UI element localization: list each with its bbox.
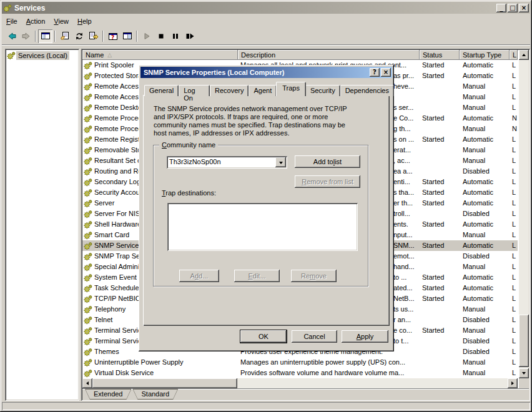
service-startup-type: Disabled [460, 166, 510, 177]
service-startup-type: Automatic [460, 219, 510, 230]
horizontal-scrollbar[interactable] [82, 378, 518, 388]
services-gear-icon [7, 51, 16, 60]
service-status [420, 304, 460, 315]
scroll-down-button[interactable] [519, 368, 529, 378]
service-name: Virtual Disk Service [94, 368, 154, 378]
export-list-icon [89, 31, 99, 41]
cancel-button[interactable]: Cancel [292, 330, 337, 343]
service-gear-icon [84, 157, 94, 165]
service-log-on-as: L [510, 272, 518, 283]
service-status [420, 145, 460, 155]
service-gear-icon [84, 82, 94, 91]
service-row-uninterruptible-power-supply[interactable]: Uninterruptible Power SupplyManages an u… [82, 357, 518, 368]
tab-dependencies[interactable]: Dependencies [340, 85, 394, 96]
service-log-on-as: L [510, 304, 518, 315]
column-header-log-on-as[interactable]: L [510, 50, 518, 60]
maximize-button[interactable]: □ [508, 4, 518, 12]
vertical-scrollbar[interactable] [519, 50, 529, 378]
console-tree-button[interactable] [38, 29, 52, 43]
window-titlebar[interactable]: Services _□× [2, 2, 530, 14]
column-header-name[interactable]: Name△ [82, 50, 238, 60]
menu-item-file[interactable]: File [2, 16, 22, 26]
close-button[interactable]: × [519, 4, 529, 12]
start-service-button[interactable] [139, 29, 154, 43]
view-tab-extended[interactable]: Extended [85, 389, 131, 400]
service-description: Manages an uninterruptible power supply … [238, 357, 420, 368]
properties-button[interactable] [57, 29, 72, 43]
service-startup-type: Automatic [460, 113, 510, 124]
tree-item-services-local[interactable]: Services (Local) [7, 51, 69, 60]
column-header-startup-type[interactable]: Startup Type [460, 50, 510, 60]
horizontal-scroll-thumb[interactable] [92, 378, 237, 388]
service-gear-icon [84, 273, 94, 282]
add-to-list-button[interactable]: Add to list [295, 155, 360, 168]
service-status: Started [420, 272, 460, 283]
service-name: Task Scheduler [94, 283, 141, 293]
community-name-value[interactable]: Th3r3izNoSp00n [167, 156, 287, 169]
minimize-button[interactable]: _ [496, 4, 506, 12]
service-log-on-as: L [510, 60, 518, 71]
ok-button[interactable]: OK [240, 330, 287, 343]
service-row-virtual-disk-service[interactable]: Virtual Disk ServiceProvides software vo… [82, 368, 518, 378]
trap-destinations-listbox[interactable] [167, 203, 358, 251]
dialog-help-button[interactable]: ? [370, 68, 380, 77]
service-status [420, 357, 460, 368]
service-startup-type: Manual [460, 304, 510, 315]
tab-traps[interactable]: Traps [276, 82, 306, 96]
dialog-close-button[interactable]: × [381, 68, 391, 77]
pause-service-icon [170, 31, 180, 41]
column-header-status[interactable]: Status [420, 50, 460, 60]
service-gear-icon [84, 199, 94, 208]
export-list-button[interactable] [86, 29, 101, 43]
service-startup-type: Manual [460, 92, 510, 102]
service-log-on-as: L [510, 293, 518, 304]
start-service-icon [142, 31, 152, 41]
dialog-tabs: GeneralLog OnRecoveryAgentTrapsSecurityD… [144, 82, 394, 96]
service-startup-type: Disabled [460, 315, 510, 325]
view-tab-standard[interactable]: Standard [132, 389, 178, 400]
toolbar-separator [54, 31, 56, 42]
help-button[interactable]: ? [106, 29, 120, 43]
service-log-on-as: L [510, 315, 518, 325]
tab-recovery[interactable]: Recovery [210, 85, 249, 96]
menu-item-help[interactable]: Help [73, 16, 96, 26]
dialog-titlebar[interactable]: SNMP Service Properties (Local Computer)… [140, 67, 392, 78]
service-name: Server [94, 198, 114, 208]
close-icon: × [521, 5, 526, 11]
forward-button[interactable] [19, 29, 33, 43]
toolbar: ? [2, 27, 530, 45]
add-button: Add... [179, 270, 219, 282]
tab-security[interactable]: Security [305, 85, 340, 96]
restart-service-button[interactable] [182, 29, 197, 43]
tab-general[interactable]: General [144, 85, 179, 96]
service-status [420, 155, 460, 166]
pause-service-button[interactable] [168, 29, 182, 43]
service-status [420, 346, 460, 357]
combo-dropdown-button[interactable] [275, 157, 286, 167]
console-tree-icon [41, 31, 51, 41]
tab-agent[interactable]: Agent [249, 85, 277, 96]
intro-line: and IPX/SPX protocols. If traps are requ… [154, 113, 378, 121]
service-status [420, 102, 460, 113]
service-log-on-as: L [510, 187, 518, 198]
apply-button[interactable]: Apply [342, 330, 388, 343]
column-header-description[interactable]: Description [238, 50, 420, 60]
scroll-left-button[interactable] [82, 378, 92, 388]
stop-service-button[interactable] [154, 29, 168, 43]
community-name-combobox[interactable]: Th3r3izNoSp00n [167, 156, 287, 169]
vertical-scroll-thumb[interactable] [519, 315, 529, 367]
scroll-up-button[interactable] [519, 50, 529, 60]
service-startup-type: Manual [460, 230, 510, 240]
scroll-right-button[interactable] [508, 378, 518, 388]
service-name: Remote Registry [94, 134, 145, 145]
service-name: Server For NIS [94, 208, 140, 219]
refresh-button[interactable] [72, 29, 86, 43]
menu-item-action[interactable]: Action [22, 16, 50, 26]
service-status [420, 81, 460, 92]
back-button[interactable] [4, 29, 19, 43]
show-hide-pane-button[interactable] [120, 29, 134, 43]
menu-item-view[interactable]: View [49, 16, 73, 26]
tab-log-on[interactable]: Log On [179, 85, 210, 96]
service-log-on-as: L [510, 240, 518, 251]
menu-bar: FileActionViewHelp [2, 15, 530, 27]
